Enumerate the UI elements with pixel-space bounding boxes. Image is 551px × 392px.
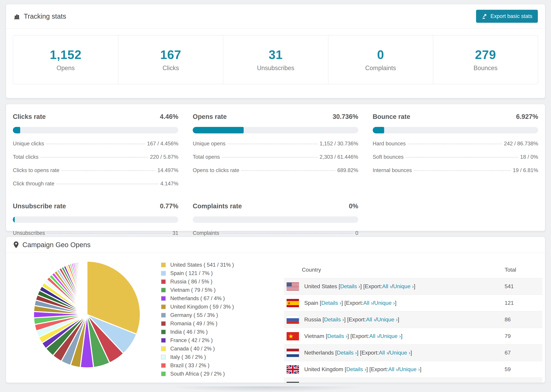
table-row-vietnam: Vietnam [Details ›] [Export: All › / Uni… (284, 328, 542, 344)
stat-label: Complaints (365, 64, 396, 72)
geo-table: Country Total United States [Details ›] … (284, 261, 542, 383)
rate-detail-row: Soft bounces18 / 0% (373, 154, 538, 160)
details-link[interactable]: Details › (321, 300, 341, 306)
legend-swatch (161, 288, 166, 293)
unsubscribe-rate-block: Unsubscribe rate0.77%Unsubscribes31 (13, 203, 178, 236)
legend-label: South Africa ( 29 / 2% ) (170, 371, 225, 377)
rate-progress-track (13, 127, 178, 133)
summary-stats-box: 1,152Opens167Clicks31Unsubscribes0Compla… (13, 35, 538, 84)
rate-detail-row: Total clicks220 / 5.87% (13, 154, 178, 160)
legend-swatch (161, 263, 166, 267)
stat-label: Clicks (162, 64, 179, 72)
details-link[interactable]: Details › (324, 316, 344, 323)
rate-title-row: Unsubscribe rate0.77% (13, 203, 178, 210)
legend-swatch (161, 346, 166, 351)
legend-swatch (161, 338, 166, 343)
dotted-leader (57, 184, 158, 184)
country-name: Russia (304, 316, 321, 323)
export-all-link[interactable]: All › (366, 316, 375, 323)
export-all-link[interactable]: All › (363, 300, 373, 306)
legend-swatch (161, 371, 166, 376)
details-link[interactable]: Details › (340, 283, 360, 290)
map-pin-icon (13, 241, 19, 248)
geo-legend: United States ( 541 / 31% )Spain ( 121 /… (161, 262, 234, 379)
geo-pie-chart (32, 260, 142, 369)
country-total: 79 (505, 333, 542, 339)
rate-detail-row: Opens to clicks rate689.82% (193, 167, 358, 173)
stat-cell-bounces: 279Bounces (433, 35, 538, 84)
rate-title: Unsubscribe rate (13, 203, 66, 210)
dotted-leader (221, 233, 353, 234)
export-unique-link[interactable]: Unique › (380, 333, 401, 339)
export-all-link[interactable]: All › (388, 366, 398, 372)
table-row-russia: Russia [Details ›] [Export: All › / Uniq… (284, 311, 542, 328)
dotted-leader (414, 170, 511, 171)
details-link[interactable]: Details › (337, 350, 357, 356)
rate-detail-row: Complaints0 (193, 230, 358, 236)
legend-item-canada: Canada ( 40 / 2% ) (161, 346, 234, 352)
rate-detail-row: Click through rate4.147% (13, 181, 178, 187)
legend-item-germany: Germany ( 55 / 3% ) (161, 312, 234, 318)
dotted-leader (228, 144, 318, 144)
legend-item-brazil: Brazil ( 33 / 2% ) (161, 362, 234, 369)
rate-detail-row: Hard bounces242 / 86.738% (373, 140, 538, 147)
rate-value: 6.927% (516, 113, 538, 120)
rate-detail-row: Unique opens1,152 / 30.736% (193, 140, 358, 147)
export-unique-link[interactable]: Unique › (399, 366, 420, 372)
details-link[interactable]: Details › (346, 366, 366, 372)
table-row-partial (284, 378, 542, 383)
rate-progress-track (373, 127, 538, 133)
export-all-link[interactable]: All › (382, 283, 391, 290)
export-all-link[interactable]: All › (369, 333, 379, 339)
legend-label: Romania ( 49 / 3% ) (170, 321, 218, 327)
legend-swatch (161, 363, 166, 368)
dotted-leader (222, 157, 318, 158)
legend-item-south-africa: South Africa ( 29 / 2% ) (161, 371, 234, 377)
rate-progress-fill (193, 127, 243, 133)
country-name: United Kingdom (304, 366, 343, 372)
legend-item-italy: Italy ( 36 / 2% ) (161, 354, 234, 360)
flag-gb-icon (286, 365, 299, 374)
export-unique-link[interactable]: Unique › (374, 300, 395, 306)
rates-grid: Clicks rate4.46%Unique clicks167 / 4.456… (13, 113, 538, 236)
export-basic-stats-button[interactable]: Export basic stats (476, 10, 538, 23)
country-total: 541 (505, 283, 542, 290)
stat-value: 0 (377, 48, 384, 62)
legend-label: United States ( 541 / 31% ) (170, 262, 234, 268)
tracking-stats-header: Tracking stats Export basic stats (6, 4, 545, 28)
rate-progress-fill (13, 127, 20, 133)
geo-table-header: Country Total (284, 261, 542, 278)
legend-label: United Kingdom ( 59 / 3% ) (170, 304, 234, 310)
clicks-rate-block: Clicks rate4.46%Unique clicks167 / 4.456… (13, 113, 178, 187)
country-total: 67 (505, 350, 542, 356)
rate-title-row: Opens rate30.736% (193, 113, 358, 120)
export-unique-link[interactable]: Unique › (377, 316, 398, 323)
table-row-united-kingdom: United Kingdom [Details ›] [Export: All … (284, 361, 542, 378)
stat-cell-complaints: 0Complaints (328, 35, 433, 84)
rate-title: Opens rate (193, 113, 227, 120)
geo-title: Campaign Geo Opens (13, 241, 91, 249)
dotted-leader (406, 157, 518, 158)
legend-item-romania: Romania ( 49 / 3% ) (161, 321, 234, 327)
rate-title: Bounce rate (373, 113, 410, 120)
legend-label: Vietnam ( 79 / 5% ) (170, 287, 216, 293)
flag-de-icon (286, 382, 299, 383)
export-all-link[interactable]: All › (379, 350, 388, 356)
export-unique-link[interactable]: Unique › (390, 350, 410, 356)
legend-label: Netherlands ( 67 / 4% ) (170, 295, 225, 301)
rate-detail-row: Unique clicks167 / 4.456% (13, 140, 178, 147)
details-link[interactable]: Details › (327, 333, 347, 339)
legend-swatch (161, 279, 166, 284)
opens-rate-block: Opens rate30.736%Unique opens1,152 / 30.… (193, 113, 358, 187)
dotted-leader (408, 144, 502, 144)
rate-title: Complaints rate (193, 203, 242, 210)
country-name: United States (304, 283, 337, 290)
card-shadow (168, 386, 365, 392)
rate-detail-row: Unsubscribes31 (13, 230, 178, 236)
pie-slice-other (87, 261, 87, 315)
rate-progress-fill (13, 216, 15, 223)
stat-cell-opens: 1,152Opens (13, 35, 118, 84)
stat-label: Opens (57, 64, 75, 72)
stat-value: 1,152 (50, 48, 81, 62)
export-unique-link[interactable]: Unique › (393, 283, 414, 290)
